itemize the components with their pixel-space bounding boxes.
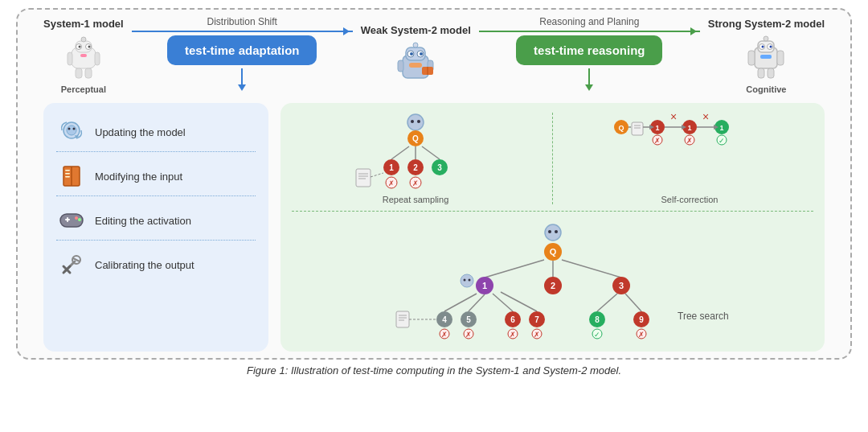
svg-point-118 [468, 279, 470, 282]
blue-vhead [238, 84, 246, 95]
outer-border: System-1 model Perceptual [16, 8, 852, 360]
system2-weak-group: Weak System-2 model [361, 24, 471, 88]
svg-text:7: 7 [534, 315, 539, 324]
svg-text:✗: ✗ [638, 331, 645, 339]
svg-text:×: × [702, 110, 709, 123]
svg-text:9: 9 [639, 315, 644, 324]
blue-down-arrow [238, 68, 246, 95]
svg-text:✗: ✗ [412, 179, 419, 187]
perceptual-label: Perceptual [61, 84, 106, 94]
svg-text:✗: ✗ [686, 137, 693, 145]
blue-vline [241, 68, 243, 84]
cognitive-label: Cognitive [746, 84, 786, 94]
system1-label: System-1 model [43, 18, 124, 30]
tools-icon [56, 249, 87, 280]
svg-text:✓: ✓ [594, 331, 600, 339]
perceptual-robot-icon [59, 33, 108, 81]
test-time-reasoning-box: test-time reasoning [516, 35, 662, 65]
svg-text:✗: ✗ [465, 331, 472, 339]
blue-arrow [132, 31, 353, 32]
svg-line-79 [371, 173, 383, 177]
item-updating: Updating the model [56, 113, 256, 152]
svg-rect-82 [632, 122, 643, 135]
self-correction-label: Self-correction [661, 195, 719, 204]
svg-text:✗: ✗ [441, 331, 448, 339]
update-icon [56, 117, 87, 147]
controller-icon [56, 205, 87, 236]
green-down-arrow [585, 68, 593, 95]
separator [552, 113, 553, 204]
svg-rect-6 [80, 54, 87, 57]
svg-line-128 [625, 294, 641, 311]
svg-rect-34 [768, 68, 774, 78]
svg-text:✗: ✗ [534, 331, 540, 339]
green-vline [588, 68, 590, 84]
test-time-adaptation-box: test-time adaptation [167, 35, 317, 65]
system2-weak-label: Weak System-2 model [361, 24, 471, 36]
svg-point-106 [545, 224, 561, 241]
repeat-sampling-label: Repeat sampling [383, 195, 449, 204]
svg-rect-44 [65, 173, 70, 175]
svg-point-116 [461, 274, 473, 287]
svg-text:5: 5 [466, 315, 471, 324]
svg-rect-19 [398, 60, 403, 72]
svg-line-126 [501, 292, 537, 311]
svg-text:×: × [670, 110, 677, 123]
tree-search-section: Q 1 2 3 [292, 218, 813, 342]
svg-point-108 [555, 230, 558, 233]
svg-text:1: 1 [687, 124, 691, 132]
svg-point-117 [463, 279, 465, 282]
top-row: System-1 model Perceptual [27, 16, 841, 95]
item-editing: Editing the activation [56, 201, 256, 241]
svg-point-56 [407, 114, 424, 130]
svg-text:8: 8 [595, 315, 600, 324]
svg-rect-33 [758, 68, 764, 78]
svg-point-107 [548, 230, 551, 233]
left-panel: Updating the model Modifying the input [43, 103, 268, 352]
item-editing-label: Editing the activation [95, 215, 191, 227]
svg-point-57 [411, 120, 414, 123]
svg-rect-32 [777, 51, 784, 65]
svg-text:✗: ✗ [654, 137, 661, 145]
svg-point-29 [770, 45, 772, 47]
svg-rect-7 [68, 52, 72, 65]
strong-robot-icon [742, 33, 790, 81]
item-updating-label: Updating the model [95, 126, 186, 138]
svg-text:Q: Q [412, 134, 419, 143]
svg-text:1: 1 [655, 124, 659, 132]
green-vhead [585, 84, 593, 95]
bottom-row: Updating the model Modifying the input [27, 103, 841, 352]
green-arrow [479, 31, 700, 32]
repeat-sampling-svg: Q 1 2 3 [351, 113, 480, 193]
right-top: Q 1 2 3 [292, 113, 813, 212]
green-arrow-line [479, 31, 700, 32]
svg-text:6: 6 [510, 315, 515, 324]
svg-point-38 [68, 128, 71, 130]
item-calibrating: Calibrating the output [56, 245, 256, 284]
right-panel: Q 1 2 3 [280, 103, 825, 352]
svg-rect-48 [67, 217, 68, 222]
svg-point-23 [413, 43, 418, 47]
item-calibrating-label: Calibrating the output [95, 259, 194, 271]
svg-point-28 [762, 45, 764, 47]
svg-point-16 [410, 52, 413, 56]
svg-text:✓: ✓ [719, 137, 725, 145]
svg-text:2: 2 [413, 163, 418, 172]
svg-rect-45 [65, 176, 70, 178]
svg-line-127 [597, 294, 617, 311]
svg-point-35 [764, 36, 768, 41]
item-modifying-label: Modifying the input [95, 171, 182, 183]
svg-line-111 [485, 260, 544, 278]
svg-line-61 [391, 146, 409, 159]
svg-rect-43 [65, 170, 70, 171]
distribution-shift-label: Distribution Shift [207, 16, 277, 27]
svg-text:Q: Q [549, 247, 556, 257]
svg-point-49 [75, 216, 78, 220]
svg-text:✗: ✗ [388, 179, 395, 187]
svg-point-58 [417, 120, 420, 123]
reasoning-section: Reasoning and Planing test-time reasonin… [479, 16, 700, 95]
svg-text:4: 4 [442, 315, 447, 324]
svg-rect-75 [356, 169, 371, 187]
svg-text:Tree search: Tree search [678, 311, 729, 322]
svg-rect-153 [396, 311, 409, 327]
